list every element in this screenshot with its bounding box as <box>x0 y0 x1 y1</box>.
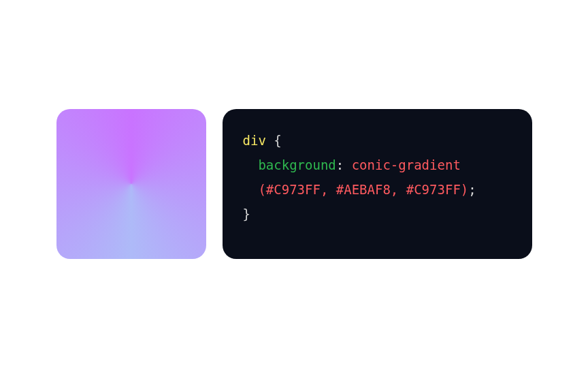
tok-args-close: ) <box>461 182 468 197</box>
code-line-4: } <box>243 202 512 226</box>
tok-brace-close: } <box>243 206 250 221</box>
code-line-2: background: conic-gradient <box>243 153 512 177</box>
tok-selector: div <box>243 133 266 148</box>
code-line-3: (#C973FF, #AEBAF8, #C973FF); <box>243 177 512 202</box>
tok-property: background <box>258 157 336 172</box>
tok-args-open: ( <box>258 182 265 197</box>
tok-semicolon: ; <box>468 182 476 197</box>
tok-colon: : <box>336 157 352 172</box>
indent <box>243 182 259 197</box>
tok-function: conic-gradient <box>352 157 461 172</box>
tok-args-inner: #C973FF, #AEBAF8, #C973FF <box>266 182 461 197</box>
tok-brace-open: { <box>266 133 282 148</box>
code-line-1: div { <box>243 128 512 153</box>
code-snippet: div { background: conic-gradient (#C973F… <box>223 109 532 259</box>
gradient-preview <box>56 109 206 259</box>
indent <box>243 157 259 172</box>
